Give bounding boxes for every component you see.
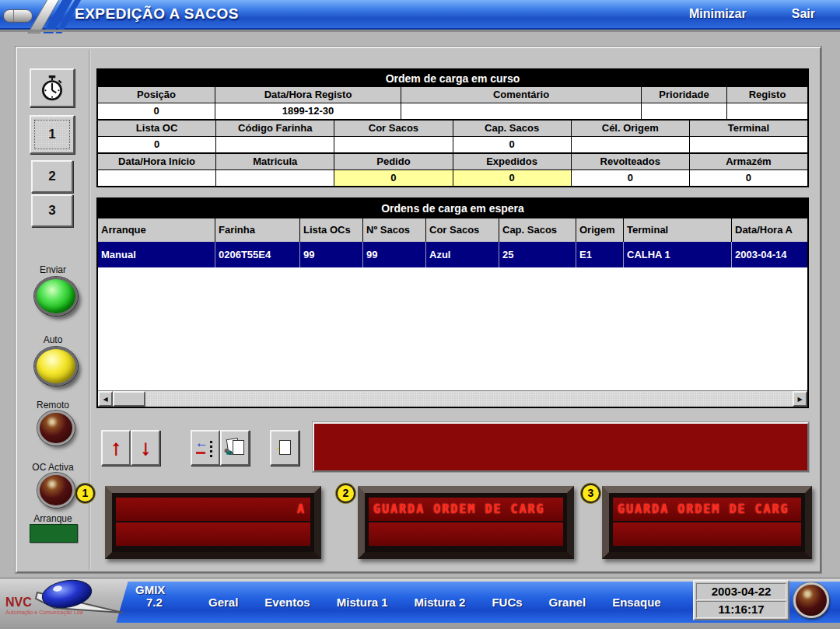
menu-item-ensaque[interactable]: Ensaque [612, 596, 661, 609]
column-header: Cap. Sacos [499, 218, 576, 242]
led-line: GUARDA ORDEM DE CARG [369, 498, 563, 521]
field-value [216, 137, 334, 152]
new-order-button[interactable]: ✳ [270, 430, 299, 466]
field-value [98, 170, 215, 186]
edit-entry-icon: ✎ [225, 438, 245, 458]
led-display-3: GUARDA ORDEM DE CARG [602, 486, 812, 559]
menu-item-geral[interactable]: Geral [208, 596, 238, 609]
date-display: 2003-04-22 [696, 583, 786, 600]
column-header: Terminal [690, 121, 807, 136]
column-header: Lista OCs [300, 218, 362, 242]
column-header: Armazém [690, 154, 807, 169]
menu-item-fucs[interactable]: FUCs [492, 596, 522, 609]
page-button-2[interactable]: 2 [31, 160, 73, 193]
stopwatch-icon [40, 75, 65, 101]
column-header: Matricula [216, 154, 334, 169]
vendor-logo: NVC Automação e Comunicação Lda [0, 578, 132, 629]
menu-item-granel[interactable]: Granel [549, 596, 586, 609]
led-line [116, 522, 310, 546]
cell: E1 [576, 242, 623, 267]
field-value [572, 137, 689, 152]
status-indicator-light [793, 582, 829, 618]
page-button-label: 2 [48, 169, 55, 184]
field-value-highlighted: 0 [334, 170, 452, 186]
minimize-button[interactable]: Minimizar [689, 7, 747, 21]
scrollbar-thumb[interactable] [113, 391, 145, 407]
column-header: Data/Hora Início [98, 154, 215, 169]
oc-activa-label: OC Activa [17, 462, 89, 473]
led-line [369, 522, 563, 546]
column-header: Nº Sacos [363, 218, 425, 242]
menu-item-eventos[interactable]: Eventos [264, 596, 310, 609]
down-arrow-icon: ↓ [140, 437, 151, 459]
column-header: Prioridade [642, 87, 726, 103]
scroll-left-button[interactable]: ◀ [98, 391, 113, 407]
oc-activa-light[interactable] [37, 473, 75, 508]
titlebar: EXPEDIÇÃO A SACOS Minimizar Sair [0, 0, 840, 30]
field-value [216, 170, 334, 186]
vendor-tagline: Automação e Comunicação Lda [5, 610, 83, 615]
edit-order-button[interactable]: ✎ [220, 430, 250, 466]
nvc-mouse-icon [31, 578, 128, 627]
column-header: Código Farinha [216, 121, 334, 136]
move-up-button[interactable]: ↑ [101, 430, 131, 466]
main-panel: 1 2 3 Enviar Auto Remoto OC Activa Arran… [16, 47, 821, 573]
field-value: 0 [98, 137, 215, 152]
horizontal-scrollbar[interactable]: ◀ ▶ [98, 390, 807, 407]
auto-light[interactable] [34, 347, 78, 386]
table-empty-area [98, 267, 807, 390]
timer-button[interactable] [30, 68, 75, 107]
column-header: Expedidos [453, 154, 571, 169]
move-down-button[interactable]: ↓ [131, 430, 160, 466]
arranque-label: Arranque [17, 513, 89, 524]
scroll-right-button[interactable]: ▶ [793, 391, 807, 407]
datetime-panel: 2003-04-22 11:16:17 [693, 580, 789, 620]
cell: 99 [300, 242, 362, 267]
page-button-label: 1 [48, 127, 55, 142]
cell: 0206T55E4 [215, 242, 299, 267]
exit-button[interactable]: Sair [792, 7, 815, 21]
led-line [613, 522, 801, 546]
column-header: Pedido [334, 154, 452, 169]
page-button-3[interactable]: 3 [31, 194, 73, 227]
message-panel [313, 422, 809, 472]
waiting-orders-title: Ordens de carga em espera [98, 199, 807, 218]
time-display: 11:16:17 [696, 601, 786, 618]
column-header: Data/Hora Registo [215, 87, 401, 103]
cell: 25 [499, 242, 576, 267]
table-row-selected[interactable]: Manual 0206T55E4 99 99 Azul 25 E1 CALHA … [98, 242, 807, 267]
scrollbar-track[interactable] [145, 391, 793, 407]
column-header: Lista OC [98, 121, 215, 136]
page-title: EXPEDIÇÃO A SACOS [75, 5, 239, 23]
remove-order-button[interactable]: ← [191, 430, 220, 466]
enviar-label: Enviar [17, 264, 89, 275]
enviar-light[interactable] [34, 277, 78, 316]
column-header: Origem [576, 218, 623, 242]
current-order-band-3: Data/Hora Início Matricula Pedido Expedi… [98, 154, 807, 186]
column-header: Revolteados [572, 154, 689, 169]
cell: 99 [363, 242, 425, 267]
led-line: A [116, 498, 310, 521]
menu-item-mistura-2[interactable]: Mistura 2 [415, 596, 466, 609]
column-header: Farinha [215, 218, 299, 242]
column-header: Cap. Sacos [453, 121, 571, 136]
field-value [401, 103, 641, 119]
led-number-badge: 3 [581, 484, 600, 503]
led-number-badge: 2 [336, 484, 355, 503]
column-header: Cor Sacos [334, 121, 452, 136]
field-value [690, 137, 807, 152]
current-order-table: Ordem de carga em curso Posição Data/Hor… [96, 68, 809, 187]
menu-item-mistura-1[interactable]: Mistura 1 [337, 596, 388, 609]
current-order-band-2: Lista OC Código Farinha Cor Sacos Cap. S… [98, 121, 807, 152]
page-button-1[interactable]: 1 [30, 115, 75, 154]
field-value [334, 137, 452, 152]
waiting-orders-header: Arranque Farinha Lista OCs Nº Sacos Cor … [98, 218, 807, 242]
cell: 2003-04-14 [732, 242, 807, 267]
titlebar-shadow [0, 30, 840, 32]
auto-label: Auto [17, 334, 89, 345]
column-header: Comentário [401, 87, 641, 103]
led-number-badge: 1 [75, 484, 95, 503]
up-arrow-icon: ↑ [110, 437, 121, 459]
cell: Azul [426, 242, 499, 267]
remoto-light[interactable] [37, 411, 75, 446]
